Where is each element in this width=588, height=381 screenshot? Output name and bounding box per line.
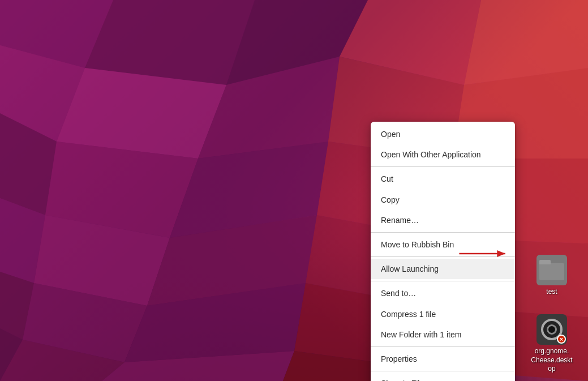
separator-2 — [371, 232, 515, 233]
desktop-icon-test[interactable]: test — [529, 255, 574, 297]
cheese-ring-inner — [547, 324, 557, 335]
separator-4 — [371, 281, 515, 281]
cheese-icon-image — [537, 314, 567, 345]
arrow-annotation — [453, 247, 509, 260]
folder-icon-shape — [539, 260, 564, 280]
menu-item-allow-launching[interactable]: Allow Launching — [371, 259, 515, 279]
menu-item-cut[interactable]: Cut — [371, 169, 515, 189]
menu-item-copy[interactable]: Copy — [371, 190, 515, 210]
svg-marker-31 — [497, 250, 505, 257]
separator-1 — [371, 166, 515, 167]
menu-item-open-with-other[interactable]: Open With Other Application — [371, 144, 515, 165]
icon-cheese-label: org.gnome.Cheese.desktop — [529, 347, 574, 374]
menu-item-properties[interactable]: Properties — [371, 349, 515, 369]
menu-item-show-in-files[interactable]: Show in Files — [371, 373, 515, 381]
error-badge — [557, 335, 566, 344]
menu-item-send-to[interactable]: Send to… — [371, 283, 515, 303]
menu-item-rename[interactable]: Rename… — [371, 210, 515, 230]
icon-test-label: test — [546, 288, 557, 297]
menu-item-open[interactable]: Open — [371, 124, 515, 144]
menu-item-compress[interactable]: Compress 1 file — [371, 304, 515, 324]
desktop-icon-cheese[interactable]: org.gnome.Cheese.desktop — [529, 314, 574, 374]
menu-item-new-folder[interactable]: New Folder with 1 item — [371, 324, 515, 345]
folder-icon-image — [537, 255, 567, 285]
separator-5 — [371, 346, 515, 347]
separator-6 — [371, 371, 515, 371]
